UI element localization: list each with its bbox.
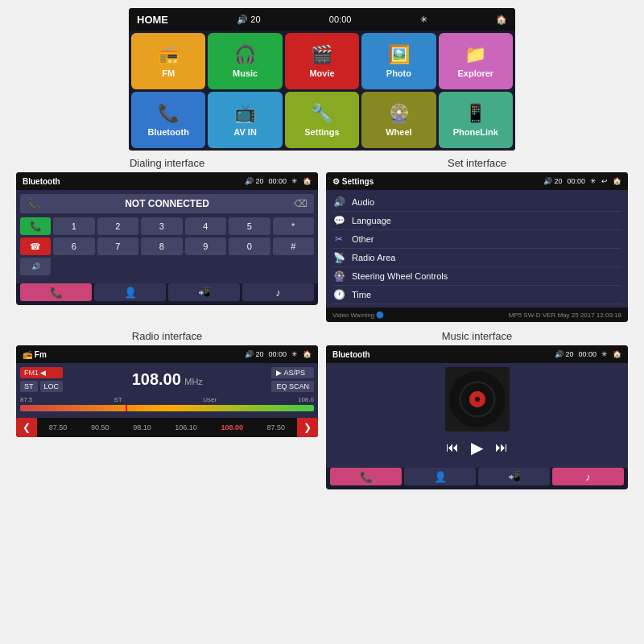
dial-key-5[interactable]: 5 [229, 217, 270, 235]
radio-freq-6[interactable]: 87.50 [267, 423, 286, 431]
dial-key-6[interactable]: 6 [53, 237, 95, 255]
radio-prev-btn[interactable]: ❮ [16, 418, 37, 437]
music-header-items: 🔊 20 00:00 ✳ 🏠 [555, 350, 621, 358]
dial-nav-phone[interactable]: 📞 [20, 283, 92, 301]
dial-answer-btn[interactable]: 📞 [20, 217, 51, 235]
radio-band-min: 87.5 [20, 396, 33, 403]
dial-key-0[interactable]: 0 [229, 237, 270, 255]
music-rewind-btn[interactable]: ⏮ [446, 440, 459, 455]
dial-key-9[interactable]: 9 [185, 237, 227, 255]
radio-area-icon: 📡 [332, 252, 345, 263]
settings-block: Set interface ⚙ Settings 🔊 20 00:00 ✳ ↩ … [326, 157, 628, 322]
radio-frequency-display: 108.00 MHz [67, 370, 267, 389]
music-nav: 📞 👤 📲 ♪ [326, 468, 628, 489]
radio-volume: 🔊 20 [245, 350, 264, 358]
dial-vol-btn[interactable]: 🔊 [20, 258, 51, 275]
radio-header-title: 📻 Fm [23, 350, 47, 359]
tile-movie[interactable]: 🎬 Movie [285, 33, 359, 89]
tile-bluetooth[interactable]: 📞 Bluetooth [131, 92, 205, 148]
settings-back[interactable]: ↩ [601, 177, 608, 185]
settings-language[interactable]: 💬 Language [332, 212, 621, 230]
dial-key-4[interactable]: 4 [185, 217, 227, 235]
dial-key-hash[interactable]: # [273, 237, 315, 255]
dial-key-1[interactable]: 1 [53, 217, 95, 235]
music-fastforward-btn[interactable]: ⏭ [495, 440, 508, 455]
main-container: HOME 🔊 20 00:00 ✳ 🏠 📻 FM 🎧 Music 🎬 Movie [0, 0, 644, 644]
home-icon: 🏠 [496, 14, 507, 25]
dial-display: 📞 NOT CONNECTED ⌫ [20, 194, 314, 213]
dial-key-star[interactable]: * [273, 217, 315, 235]
tile-settings[interactable]: 🔧 Settings [285, 92, 359, 148]
settings-other[interactable]: ✂ Other [332, 230, 621, 249]
music-nav-phone[interactable]: 📞 [330, 468, 402, 485]
time-label: Time [352, 290, 371, 299]
tile-phonelink[interactable]: 📱 PhoneLink [439, 92, 513, 148]
radio-loc-btn[interactable]: LOC [40, 381, 64, 392]
radio-next-btn[interactable]: ❯ [297, 418, 318, 437]
settings-audio[interactable]: 🔊 Audio [332, 193, 621, 212]
radio-st-label: ST [114, 396, 122, 403]
vinyl-hole [475, 397, 480, 402]
dialing-time: 00:00 [268, 177, 287, 185]
music-screen: Bluetooth 🔊 20 00:00 ✳ 🏠 [326, 345, 628, 489]
settings-tile-label: Settings [304, 127, 339, 137]
dial-key-2[interactable]: 2 [97, 217, 139, 235]
radio-freq-3[interactable]: 98.10 [133, 423, 151, 431]
radio-freq-4[interactable]: 106.10 [175, 423, 197, 431]
tile-avin[interactable]: 📺 AV IN [208, 92, 282, 148]
radio-band-max: 108.0 [298, 396, 314, 403]
avin-label: AV IN [233, 127, 257, 137]
home-time: 00:00 [329, 14, 352, 24]
settings-footer-right: MP5 SW-D VER May 25 2017 12:09:18 [509, 312, 621, 319]
explorer-label: Explorer [457, 68, 493, 78]
dial-nav-recent[interactable]: 📲 [168, 283, 240, 301]
tile-music[interactable]: 🎧 Music [208, 33, 282, 89]
other-icon: ✂ [332, 233, 345, 245]
music-nav-recent[interactable]: 📲 [478, 468, 550, 485]
radio-screen: 📻 Fm 🔊 20 00:00 ✳ 🏠 FM1 ◀ [16, 345, 318, 437]
radio-fm1-btn[interactable]: FM1 ◀ [20, 367, 63, 378]
radio-asps-btn[interactable]: ▶ AS/PS [271, 367, 314, 378]
tile-wheel[interactable]: 🎡 Wheel [361, 92, 436, 148]
music-block: Music interface Bluetooth 🔊 20 00:00 ✳ 🏠 [326, 330, 628, 489]
settings-home: 🏠 [613, 177, 621, 185]
settings-header: ⚙ Settings 🔊 20 00:00 ✳ ↩ 🏠 [326, 172, 628, 190]
music-header-title: Bluetooth [332, 350, 370, 359]
radio-needle [126, 405, 127, 411]
tile-explorer[interactable]: 📁 Explorer [439, 33, 513, 89]
radio-freq-5[interactable]: 108.00 [221, 423, 243, 431]
tile-photo[interactable]: 🖼️ Photo [361, 33, 436, 89]
radio-eqscan-btn[interactable]: EQ SCAN [271, 381, 314, 392]
dial-key-8[interactable]: 8 [141, 237, 183, 255]
settings-body: 🔊 Audio 💬 Language ✂ Other 📡 Radio Area [326, 190, 628, 308]
radio-freq-1[interactable]: 87.50 [49, 423, 68, 431]
music-label: Music [233, 68, 258, 78]
dial-nav-contact[interactable]: 👤 [94, 283, 166, 301]
radio-st-btn[interactable]: ST [20, 381, 38, 392]
four-screens: Dialing interface Bluetooth 🔊 20 00:00 ✳… [16, 157, 628, 489]
music-play-btn[interactable]: ▶ [471, 438, 483, 457]
tile-fm[interactable]: 📻 FM [131, 33, 205, 89]
music-nav-contact[interactable]: 👤 [404, 468, 476, 485]
wheel-controls-label: Steering Wheel Controls [352, 271, 448, 281]
radio-home: 🏠 [303, 350, 312, 358]
dial-hangup-btn[interactable]: ☎ [20, 237, 51, 255]
settings-time[interactable]: 🕐 Time [332, 286, 621, 304]
dial-key-3[interactable]: 3 [141, 217, 183, 235]
dial-backspace-icon[interactable]: ⌫ [294, 198, 308, 209]
music-nav-music[interactable]: ♪ [552, 468, 624, 485]
dial-key-7[interactable]: 7 [97, 237, 139, 255]
radio-freq-unit: MHz [184, 377, 203, 386]
time-icon: 🕐 [332, 289, 345, 300]
settings-footer: Video Warning 🔵 MP5 SW-D VER May 25 2017… [326, 308, 628, 322]
radio-st-loc: ST LOC [20, 381, 63, 392]
radio-freq-2[interactable]: 90.50 [91, 423, 109, 431]
music-album [330, 367, 624, 431]
settings-wheel-controls[interactable]: 🎡 Steering Wheel Controls [332, 267, 621, 286]
language-label: Language [352, 216, 391, 225]
home-screen: HOME 🔊 20 00:00 ✳ 🏠 📻 FM 🎧 Music 🎬 Movie [129, 8, 515, 151]
dial-nav-music[interactable]: ♪ [242, 283, 314, 301]
settings-radio-area[interactable]: 📡 Radio Area [332, 249, 621, 267]
dial-nav: 📞 👤 📲 ♪ [16, 283, 318, 305]
vinyl-label [469, 391, 485, 407]
